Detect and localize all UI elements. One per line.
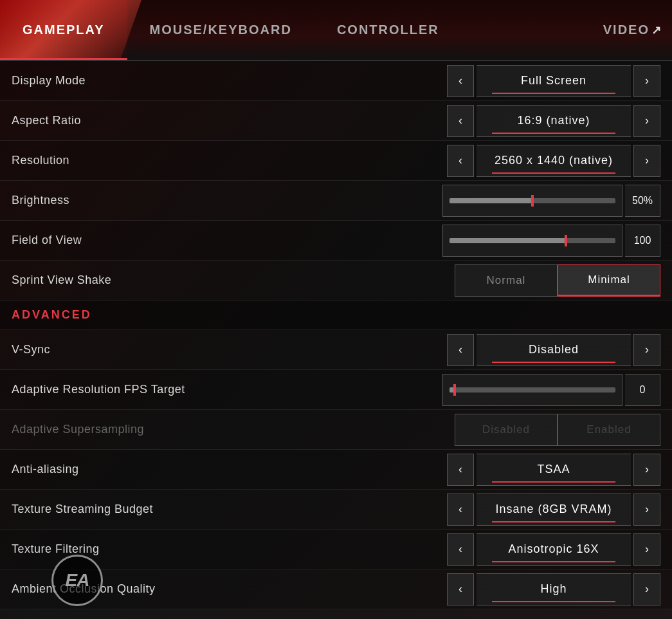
ambient-occlusion-prev[interactable]: ‹ — [447, 573, 474, 605]
display-mode-prev[interactable]: ‹ — [447, 65, 474, 97]
fov-fill — [450, 238, 566, 243]
anti-aliasing-next[interactable]: › — [633, 454, 660, 486]
texture-filtering-prev[interactable]: ‹ — [447, 533, 474, 566]
advanced-section-header: ADVANCED — [0, 300, 672, 330]
texture-streaming-control: ‹ Insane (8GB VRAM) › — [447, 494, 660, 526]
anti-aliasing-label: Anti-aliasing — [12, 463, 447, 476]
vsync-next[interactable]: › — [633, 334, 660, 366]
anti-aliasing-row: Anti-aliasing ‹ TSAA › — [0, 450, 672, 490]
vsync-prev[interactable]: ‹ — [447, 334, 474, 366]
resolution-prev[interactable]: ‹ — [447, 145, 474, 177]
display-mode-value: Full Screen — [477, 65, 631, 97]
adaptive-res-thumb — [453, 384, 456, 396]
brightness-thumb — [531, 195, 534, 207]
vsync-value: Disabled — [477, 334, 631, 366]
adaptive-ss-control: Disabled Enabled — [455, 414, 660, 446]
vsync-label: V-Sync — [12, 343, 447, 356]
settings-content: Display Mode ‹ Full Screen › Aspect Rati… — [0, 61, 672, 609]
resolution-control: ‹ 2560 x 1440 (native) › — [447, 145, 660, 177]
adaptive-ss-row: Adaptive Supersampling Disabled Enabled — [0, 410, 672, 450]
display-mode-next[interactable]: › — [633, 65, 660, 97]
advanced-title: ADVANCED — [12, 308, 92, 321]
tab-controller[interactable]: CONTROLLER — [314, 0, 462, 60]
adaptive-ss-enabled[interactable]: Enabled — [558, 414, 660, 446]
resolution-label: Resolution — [12, 154, 447, 167]
cursor-icon: ↗ — [651, 23, 662, 37]
aspect-ratio-value: 16:9 (native) — [477, 105, 631, 137]
brightness-track — [450, 198, 615, 203]
aspect-ratio-row: Aspect Ratio ‹ 16:9 (native) › — [0, 101, 672, 141]
display-mode-label: Display Mode — [12, 74, 447, 88]
sprint-shake-label: Sprint View Shake — [12, 273, 455, 287]
resolution-row: Resolution ‹ 2560 x 1440 (native) › — [0, 141, 672, 181]
texture-filtering-row: Texture Filtering ‹ Anisotropic 16X › — [0, 530, 672, 569]
aspect-ratio-control: ‹ 16:9 (native) › — [447, 105, 660, 137]
tab-gameplay[interactable]: GAMEPLAY — [0, 0, 127, 60]
adaptive-ss-toggle: Disabled Enabled — [455, 414, 660, 446]
sprint-shake-row: Sprint View Shake Normal Minimal — [0, 261, 672, 300]
adaptive-res-control: 0 — [442, 374, 660, 406]
brightness-value: 50% — [625, 185, 660, 217]
texture-filtering-value: Anisotropic 16X — [477, 533, 631, 566]
texture-streaming-label: Texture Streaming Budget — [12, 503, 447, 516]
brightness-control: 50% — [442, 185, 660, 217]
adaptive-res-label: Adaptive Resolution FPS Target — [12, 383, 442, 396]
anti-aliasing-prev[interactable]: ‹ — [447, 454, 474, 486]
brightness-label: Brightness — [12, 194, 442, 207]
adaptive-res-fill — [450, 387, 455, 393]
display-mode-control: ‹ Full Screen › — [447, 65, 660, 97]
brightness-slider[interactable] — [442, 185, 622, 217]
fov-control: 100 — [442, 225, 660, 257]
adaptive-res-value: 0 — [625, 374, 660, 406]
fov-row: Field of View 100 — [0, 221, 672, 261]
resolution-next[interactable]: › — [633, 145, 660, 177]
fov-track — [450, 238, 615, 243]
aspect-ratio-label: Aspect Ratio — [12, 114, 447, 127]
adaptive-ss-disabled[interactable]: Disabled — [455, 414, 558, 446]
adaptive-ss-label: Adaptive Supersampling — [12, 423, 455, 436]
nav-tabs: GAMEPLAY MOUSE/KEYBOARD CONTROLLER VIDEO… — [0, 0, 672, 60]
aspect-ratio-next[interactable]: › — [633, 105, 660, 137]
sprint-shake-control: Normal Minimal — [455, 264, 660, 297]
display-mode-row: Display Mode ‹ Full Screen › — [0, 61, 672, 101]
adaptive-res-slider[interactable] — [442, 374, 622, 406]
tab-mouse-keyboard[interactable]: MOUSE/KEYBOARD — [127, 0, 314, 60]
anti-aliasing-control: ‹ TSAA › — [447, 454, 660, 486]
fov-thumb — [565, 235, 567, 246]
header-nav: GAMEPLAY MOUSE/KEYBOARD CONTROLLER VIDEO… — [0, 0, 672, 61]
texture-filtering-control: ‹ Anisotropic 16X › — [447, 533, 660, 566]
sprint-shake-minimal[interactable]: Minimal — [558, 264, 660, 297]
aspect-ratio-prev[interactable]: ‹ — [447, 105, 474, 137]
resolution-value: 2560 x 1440 (native) — [477, 145, 631, 177]
texture-streaming-value: Insane (8GB VRAM) — [477, 494, 631, 526]
ea-logo: EA — [51, 555, 103, 606]
vsync-control: ‹ Disabled › — [447, 334, 660, 366]
sprint-shake-normal[interactable]: Normal — [455, 264, 558, 297]
texture-streaming-prev[interactable]: ‹ — [447, 494, 474, 526]
ambient-occlusion-next[interactable]: › — [633, 573, 660, 605]
brightness-fill — [450, 198, 532, 203]
anti-aliasing-value: TSAA — [477, 454, 631, 486]
adaptive-res-row: Adaptive Resolution FPS Target 0 — [0, 370, 672, 410]
adaptive-res-track — [450, 387, 615, 393]
fov-label: Field of View — [12, 234, 442, 247]
sprint-shake-toggle: Normal Minimal — [455, 264, 660, 297]
brightness-row: Brightness 50% — [0, 181, 672, 221]
ambient-occlusion-value: High — [477, 573, 631, 605]
fov-slider[interactable] — [442, 225, 622, 257]
texture-streaming-next[interactable]: › — [633, 494, 660, 526]
texture-filtering-next[interactable]: › — [633, 533, 660, 566]
ambient-occlusion-control: ‹ High › — [447, 573, 660, 605]
fov-value: 100 — [625, 225, 660, 257]
tab-video[interactable]: VIDEO ↗ — [581, 0, 672, 60]
ea-logo-text: EA — [66, 570, 89, 591]
texture-streaming-row: Texture Streaming Budget ‹ Insane (8GB V… — [0, 490, 672, 530]
vsync-row: V-Sync ‹ Disabled › — [0, 330, 672, 370]
texture-filtering-label: Texture Filtering — [12, 542, 447, 556]
